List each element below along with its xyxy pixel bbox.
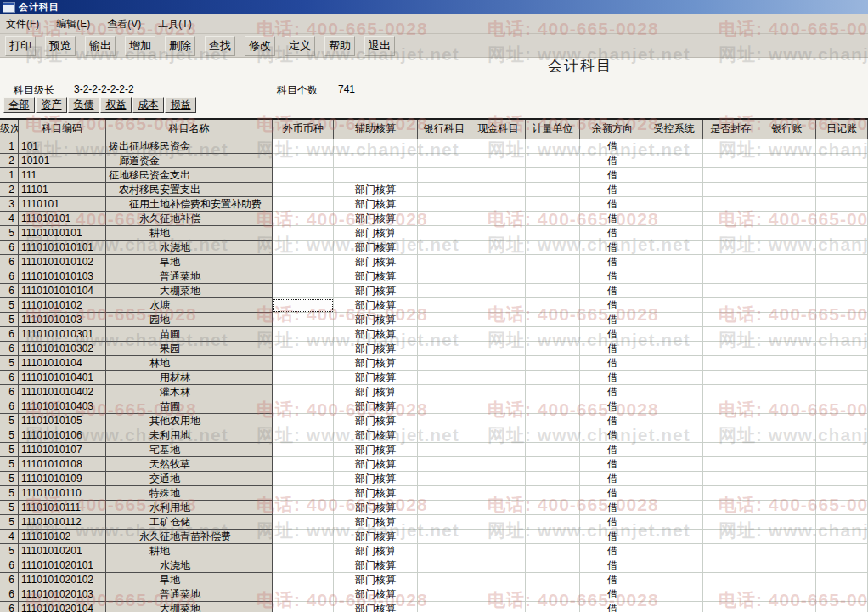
cell-aux[interactable]: 部门核算 bbox=[334, 428, 418, 443]
cell-cash[interactable] bbox=[471, 530, 526, 544]
cell-bankbook[interactable] bbox=[758, 139, 816, 154]
cell-level[interactable]: 5 bbox=[0, 457, 19, 472]
cell-bankbook[interactable] bbox=[758, 168, 816, 183]
cell-aux[interactable]: 部门核算 bbox=[334, 558, 418, 573]
cell-currency[interactable] bbox=[273, 183, 334, 197]
cell-bankbook[interactable] bbox=[758, 371, 816, 385]
cell-level[interactable]: 6 bbox=[0, 587, 19, 602]
cell-bankbook[interactable] bbox=[758, 544, 816, 558]
cell-sealed[interactable] bbox=[703, 414, 758, 428]
cell-bank[interactable] bbox=[418, 226, 471, 241]
cell-sealed[interactable] bbox=[703, 587, 758, 602]
cell-dir[interactable]: 借 bbox=[580, 472, 645, 486]
cell-name[interactable]: 普通菜地 bbox=[106, 269, 273, 284]
cell-cash[interactable] bbox=[471, 400, 526, 414]
cell-aux[interactable] bbox=[334, 154, 418, 168]
cell-level[interactable]: 2 bbox=[0, 154, 19, 168]
cell-bankbook[interactable] bbox=[758, 183, 816, 197]
cell-level[interactable]: 6 bbox=[0, 255, 19, 269]
cell-journal[interactable] bbox=[816, 226, 868, 241]
cell-cash[interactable] bbox=[471, 298, 526, 313]
cell-unit[interactable] bbox=[526, 515, 580, 530]
cell-ctrl[interactable] bbox=[645, 212, 703, 226]
cell-aux[interactable]: 部门核算 bbox=[334, 183, 418, 197]
cell-sealed[interactable] bbox=[703, 284, 758, 298]
cell-currency[interactable] bbox=[273, 530, 334, 544]
cell-cash[interactable] bbox=[471, 587, 526, 602]
cell-ctrl[interactable] bbox=[645, 472, 703, 486]
cell-unit[interactable] bbox=[526, 255, 580, 269]
cell-journal[interactable] bbox=[816, 558, 868, 573]
cell-bankbook[interactable] bbox=[758, 241, 816, 255]
cell-ctrl[interactable] bbox=[645, 558, 703, 573]
cell-ctrl[interactable] bbox=[645, 457, 703, 472]
cell-cash[interactable] bbox=[471, 457, 526, 472]
cell-aux[interactable]: 部门核算 bbox=[334, 457, 418, 472]
cell-unit[interactable] bbox=[526, 558, 580, 573]
cell-bank[interactable] bbox=[418, 212, 471, 226]
cell-dir[interactable]: 借 bbox=[580, 443, 645, 457]
cell-ctrl[interactable] bbox=[645, 486, 703, 501]
cell-unit[interactable] bbox=[526, 472, 580, 486]
cell-bank[interactable] bbox=[418, 558, 471, 573]
cell-currency[interactable] bbox=[273, 558, 334, 573]
cell-level[interactable]: 5 bbox=[0, 226, 19, 241]
cell-currency[interactable] bbox=[273, 443, 334, 457]
cell-journal[interactable] bbox=[816, 544, 868, 558]
cell-sealed[interactable] bbox=[703, 197, 758, 212]
cell-name[interactable]: 水浇地 bbox=[106, 558, 273, 573]
cell-ctrl[interactable] bbox=[645, 298, 703, 313]
cell-bank[interactable] bbox=[418, 428, 471, 443]
cell-dir[interactable]: 借 bbox=[580, 313, 645, 327]
cell-code[interactable]: 1110101010402 bbox=[19, 385, 106, 400]
cell-currency[interactable] bbox=[273, 457, 334, 472]
cell-dir[interactable]: 借 bbox=[580, 154, 645, 168]
cell-aux[interactable]: 部门核算 bbox=[334, 573, 418, 587]
cell-bankbook[interactable] bbox=[758, 472, 816, 486]
cell-sealed[interactable] bbox=[703, 602, 758, 612]
cell-aux[interactable]: 部门核算 bbox=[334, 587, 418, 602]
cell-unit[interactable] bbox=[526, 154, 580, 168]
cell-dir[interactable]: 借 bbox=[580, 515, 645, 530]
cell-currency[interactable] bbox=[273, 226, 334, 241]
cell-dir[interactable]: 借 bbox=[580, 573, 645, 587]
cell-code[interactable]: 11101010103 bbox=[19, 313, 106, 327]
cell-dir[interactable]: 借 bbox=[580, 501, 645, 515]
cell-bankbook[interactable] bbox=[758, 558, 816, 573]
cell-name[interactable]: 交通地 bbox=[106, 472, 273, 486]
cell-ctrl[interactable] bbox=[645, 168, 703, 183]
cell-ctrl[interactable] bbox=[645, 284, 703, 298]
cell-bankbook[interactable] bbox=[758, 226, 816, 241]
cell-dir[interactable]: 借 bbox=[580, 284, 645, 298]
cell-level[interactable]: 5 bbox=[0, 313, 19, 327]
cell-sealed[interactable] bbox=[703, 457, 758, 472]
cell-bank[interactable] bbox=[418, 327, 471, 342]
cell-cash[interactable] bbox=[471, 226, 526, 241]
cell-cash[interactable] bbox=[471, 501, 526, 515]
cell-code[interactable]: 1110101020101 bbox=[19, 558, 106, 573]
cell-sealed[interactable] bbox=[703, 501, 758, 515]
cell-unit[interactable] bbox=[526, 226, 580, 241]
cell-journal[interactable] bbox=[816, 154, 868, 168]
cell-currency[interactable] bbox=[273, 501, 334, 515]
cell-sealed[interactable] bbox=[703, 269, 758, 284]
cell-sealed[interactable] bbox=[703, 168, 758, 183]
cell-currency[interactable] bbox=[273, 327, 334, 342]
cell-aux[interactable]: 部门核算 bbox=[334, 327, 418, 342]
cell-dir[interactable]: 借 bbox=[580, 544, 645, 558]
cell-level[interactable]: 6 bbox=[0, 284, 19, 298]
cell-sealed[interactable] bbox=[703, 515, 758, 530]
cell-name[interactable]: 拨出征地移民资金 bbox=[106, 139, 273, 154]
cell-dir[interactable]: 借 bbox=[580, 212, 645, 226]
cell-journal[interactable] bbox=[816, 298, 868, 313]
menu-tools[interactable]: 工具(T) bbox=[152, 15, 202, 33]
selected-cell-currency[interactable] bbox=[273, 298, 334, 313]
cell-bankbook[interactable] bbox=[758, 356, 816, 371]
cell-journal[interactable] bbox=[816, 183, 868, 197]
cell-aux[interactable]: 部门核算 bbox=[334, 515, 418, 530]
cell-bank[interactable] bbox=[418, 472, 471, 486]
cell-level[interactable]: 4 bbox=[0, 530, 19, 544]
cell-bankbook[interactable] bbox=[758, 443, 816, 457]
cell-name[interactable]: 用材林 bbox=[106, 371, 273, 385]
cell-sealed[interactable] bbox=[703, 154, 758, 168]
